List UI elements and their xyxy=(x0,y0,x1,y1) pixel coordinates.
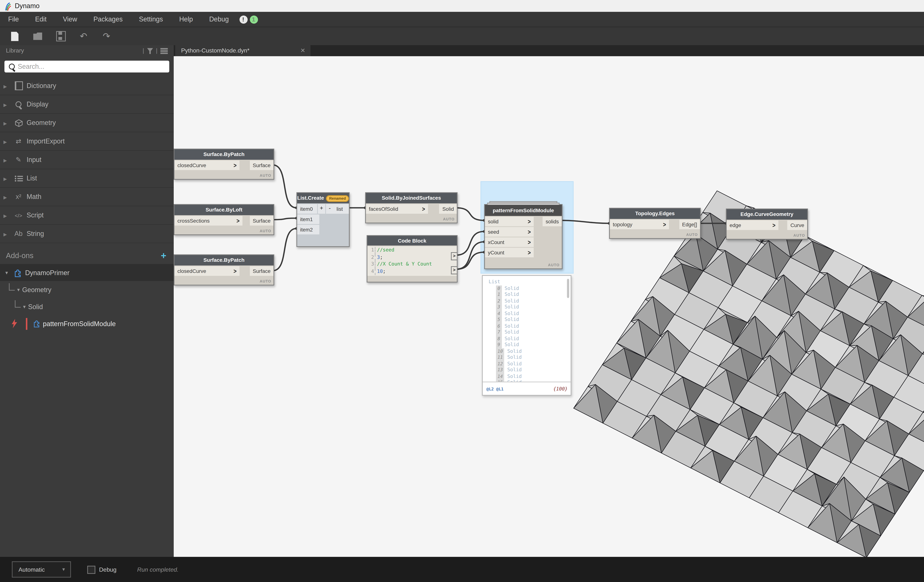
expand-caret-icon[interactable]: ▶ xyxy=(0,194,10,199)
input-port-ycount[interactable]: yCount> xyxy=(485,248,534,257)
input-port-crosssections[interactable]: crossSections> xyxy=(175,216,243,226)
new-file-button[interactable] xyxy=(7,30,23,43)
menu-view[interactable]: View xyxy=(55,12,85,26)
sidebar-item-string[interactable]: ▶ Ab String xyxy=(0,225,174,243)
node-list-create[interactable]: List.Create Renamed item0 + - list item1… xyxy=(296,192,350,247)
expand-caret-icon[interactable]: ▶ xyxy=(0,83,10,88)
code-output-port-count[interactable]: > xyxy=(451,266,457,274)
collapse-caret-icon[interactable]: ▼ xyxy=(3,270,10,275)
node-topology-edges[interactable]: Topology.Edges topology> Edge[] AUTO xyxy=(609,208,701,239)
menu-help[interactable]: Help xyxy=(171,12,201,26)
tab-close-icon[interactable]: ✕ xyxy=(300,47,310,54)
node-code-block[interactable]: Code Block 1//seed23;3//X Count & Y Coun… xyxy=(366,235,457,283)
library-menu-icon[interactable] xyxy=(160,48,168,54)
node-patternfromsolidmodule[interactable]: patternFromSolidModule solid> solids see… xyxy=(484,204,563,269)
lacing-mode[interactable]: AUTO xyxy=(260,173,271,177)
notification-alert-icon[interactable]: ! xyxy=(239,15,247,23)
filter-icon[interactable] xyxy=(147,48,153,54)
graph-canvas[interactable]: Surface.ByPatch closedCurve> Surface AUT… xyxy=(174,56,924,557)
node-title[interactable]: Code Block xyxy=(367,236,457,246)
node-edge-curvegeometry[interactable]: Edge.CurveGeometry edge> Curve AUTO xyxy=(726,208,808,240)
node-surface-bypatch-2[interactable]: Surface.ByPatch closedCurve> Surface AUT… xyxy=(174,255,274,286)
sidebar-item-list[interactable]: ▶ List xyxy=(0,169,174,188)
code-line[interactable]: 3//X Count & Y Count xyxy=(367,261,457,268)
lacing-mode[interactable]: AUTO xyxy=(260,279,271,283)
menu-edit[interactable]: Edit xyxy=(27,12,55,26)
input-port-closedcurve[interactable]: closedCurve> xyxy=(175,160,239,170)
input-port-edge[interactable]: edge> xyxy=(727,220,778,230)
lacing-mode[interactable]: AUTO xyxy=(686,232,698,236)
lacing-mode[interactable]: AUTO xyxy=(794,233,805,237)
node-solid-byjoinedsurfaces[interactable]: Solid.ByJoinedSurfaces facesOfSolid> Sol… xyxy=(365,192,457,223)
run-mode-dropdown[interactable]: Automatic ▼ xyxy=(12,561,71,577)
sidebar-item-dictionary[interactable]: ▶ Dictionary xyxy=(0,77,174,95)
collapse-caret-icon[interactable]: ▼ xyxy=(21,304,28,309)
node-title[interactable]: Surface.ByPatch xyxy=(175,149,274,160)
input-port-solid[interactable]: solid> xyxy=(485,217,534,226)
menu-settings[interactable]: Settings xyxy=(131,12,171,26)
open-button[interactable] xyxy=(30,30,46,43)
expand-caret-icon[interactable]: ▶ xyxy=(0,139,10,144)
input-port-item1[interactable]: item1 xyxy=(297,215,319,224)
node-title[interactable]: List.Create Renamed xyxy=(297,193,349,203)
add-package-button[interactable]: + xyxy=(161,250,174,261)
input-port-item0[interactable]: item0 xyxy=(297,204,317,214)
expand-caret-icon[interactable]: ▶ xyxy=(0,231,10,236)
sidebar-item-math[interactable]: ▶ x² Math xyxy=(0,188,174,206)
output-port-solid[interactable]: Solid xyxy=(439,204,457,214)
addon-item-patternfromsolidmodule[interactable]: patternFromSolidModule xyxy=(0,315,174,332)
lacing-mode[interactable]: AUTO xyxy=(260,228,271,233)
output-port-edges[interactable]: Edge[] xyxy=(679,220,700,229)
node-title[interactable]: Topology.Edges xyxy=(610,208,700,219)
expand-caret-icon[interactable]: ▶ xyxy=(0,213,10,218)
search-input[interactable]: Search... xyxy=(18,63,45,70)
input-port-seed[interactable]: seed> xyxy=(485,227,534,236)
search-box[interactable]: Search... xyxy=(5,61,169,73)
input-port-closedcurve[interactable]: closedCurve> xyxy=(175,266,239,276)
sidebar-item-display[interactable]: ▶ Display xyxy=(0,95,174,114)
save-button[interactable] xyxy=(53,30,69,43)
node-surface-byloft[interactable]: Surface.ByLoft crossSections> Surface AU… xyxy=(174,204,274,235)
input-port-item2[interactable]: item2 xyxy=(297,225,319,235)
output-port-surface[interactable]: Surface xyxy=(250,160,274,170)
debug-checkbox[interactable] xyxy=(87,565,96,574)
expand-caret-icon[interactable]: ▶ xyxy=(0,102,10,107)
output-port-surface[interactable]: Surface xyxy=(250,216,274,226)
node-title[interactable]: Surface.ByLoft xyxy=(175,205,274,215)
code-editor[interactable]: 1//seed23;3//X Count & Y Count410; xyxy=(367,246,457,276)
output-port-solids[interactable]: solids xyxy=(543,217,562,226)
preview-scrollbar[interactable] xyxy=(567,279,569,298)
add-port-button[interactable]: + xyxy=(318,204,325,214)
code-line[interactable]: 1//seed xyxy=(367,247,457,254)
redo-button[interactable]: ↷ xyxy=(98,30,115,43)
list-levels-label[interactable]: @L2 @L1 xyxy=(483,386,553,391)
addon-category-geometry[interactable]: ▼ Geometry xyxy=(0,281,174,298)
addon-package-dynamoprimer[interactable]: ▼ DynamoPrimer xyxy=(0,264,174,281)
menu-debug[interactable]: Debug xyxy=(201,12,237,26)
output-port-curve[interactable]: Curve xyxy=(787,220,807,230)
collapse-caret-icon[interactable]: ▼ xyxy=(15,287,22,292)
node-output-preview[interactable]: List 0Solid1Solid2Solid3Solid4Solid5Soli… xyxy=(482,275,571,396)
sidebar-item-script[interactable]: ▶ </> Script xyxy=(0,206,174,225)
expand-caret-icon[interactable]: ▶ xyxy=(0,157,10,162)
remove-port-button[interactable]: - xyxy=(326,204,333,214)
code-line[interactable]: 23; xyxy=(367,254,457,261)
menu-packages[interactable]: Packages xyxy=(85,12,131,26)
menu-file[interactable]: File xyxy=(0,12,27,26)
output-port-list[interactable]: list xyxy=(333,204,349,214)
node-surface-bypatch-1[interactable]: Surface.ByPatch closedCurve> Surface AUT… xyxy=(174,149,274,180)
sidebar-item-geometry[interactable]: ▶ Geometry xyxy=(0,114,174,132)
node-title[interactable]: patternFromSolidModule xyxy=(485,205,562,216)
notification-count-badge[interactable]: 1 xyxy=(249,15,257,23)
output-port-surface[interactable]: Surface xyxy=(250,266,274,276)
undo-button[interactable]: ↶ xyxy=(75,30,92,43)
node-title[interactable]: Solid.ByJoinedSurfaces xyxy=(366,193,457,203)
input-port-facesofsolid[interactable]: facesOfSolid> xyxy=(366,204,428,214)
addon-subcategory-solid[interactable]: ▼ Solid xyxy=(0,298,174,315)
expand-caret-icon[interactable]: ▶ xyxy=(0,120,10,126)
node-title[interactable]: Edge.CurveGeometry xyxy=(727,209,807,220)
code-line[interactable]: 410; xyxy=(367,268,457,275)
lacing-mode[interactable]: AUTO xyxy=(443,217,455,221)
title-bar[interactable]: Dynamo xyxy=(0,0,924,12)
code-output-port-seed[interactable]: > xyxy=(451,252,457,260)
